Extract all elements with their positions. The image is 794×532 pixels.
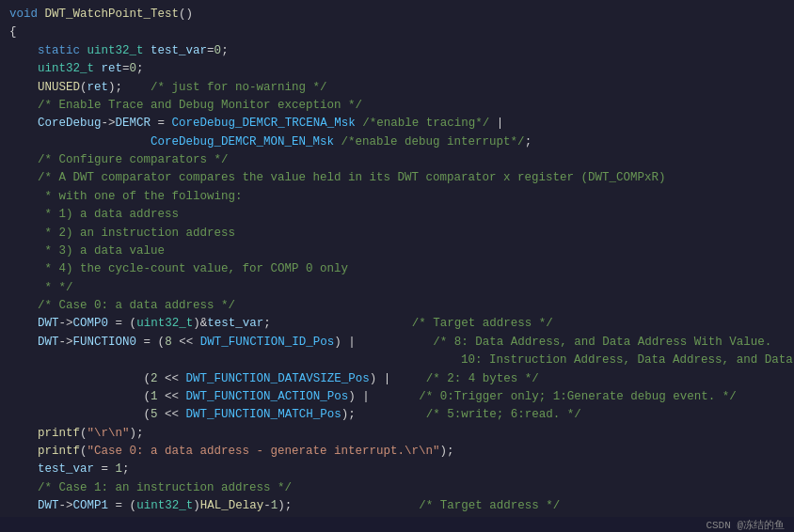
brand-label: CSDN @冻结的鱼: [706, 518, 785, 532]
footer: CSDN @冻结的鱼: [0, 517, 794, 532]
code-editor: void DWT_WatchPoint_Test() { static uint…: [0, 0, 794, 517]
